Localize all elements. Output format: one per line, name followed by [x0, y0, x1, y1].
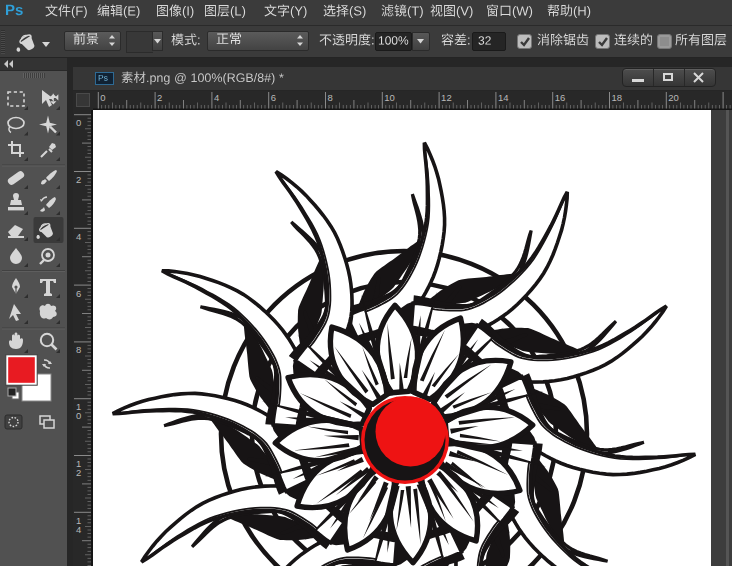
svg-text:10: 10 [384, 92, 395, 103]
svg-text:6: 6 [76, 288, 81, 299]
svg-text:2: 2 [76, 174, 81, 185]
svg-text:6: 6 [271, 92, 276, 103]
svg-text:8: 8 [76, 344, 81, 355]
svg-text:16: 16 [555, 92, 566, 103]
svg-text:4: 4 [76, 231, 81, 242]
svg-text:14: 14 [498, 92, 509, 103]
svg-text:0: 0 [76, 117, 81, 128]
svg-text:8: 8 [328, 92, 333, 103]
svg-text:2: 2 [157, 92, 162, 103]
svg-text:18: 18 [612, 92, 623, 103]
svg-text:4: 4 [214, 92, 219, 103]
svg-text:2: 2 [76, 467, 81, 478]
svg-text:12: 12 [441, 92, 452, 103]
svg-text:4: 4 [76, 524, 81, 535]
svg-text:20: 20 [668, 92, 679, 103]
svg-text:0: 0 [76, 410, 81, 421]
svg-text:0: 0 [100, 92, 105, 103]
